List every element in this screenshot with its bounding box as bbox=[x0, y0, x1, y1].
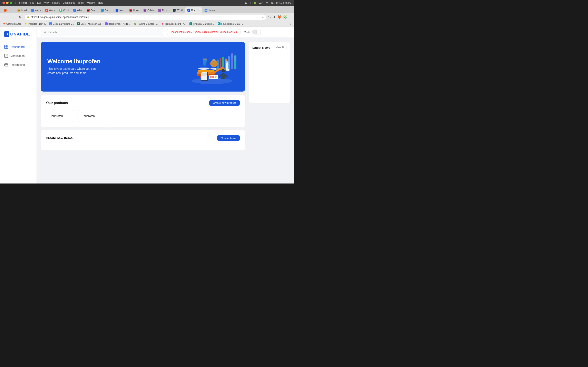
tab-t11[interactable]: ⊙ Collab bbox=[141, 7, 156, 13]
bookmark-excel[interactable]: X Excel | Microsoft 365 bbox=[76, 22, 103, 26]
mode-label: Mode bbox=[244, 31, 251, 34]
bookmark-icon-2: G bbox=[49, 22, 52, 25]
sidebar-item-information[interactable]: Information bbox=[0, 60, 36, 69]
tab-icon-t10: ▶ bbox=[130, 9, 132, 12]
tab-t2[interactable]: ▦ Introd bbox=[15, 7, 29, 13]
tab-icon-t14: Re bbox=[187, 9, 190, 12]
bookmark-getting-started[interactable]: 🦊 Getting Started bbox=[2, 22, 22, 26]
close-window-button[interactable] bbox=[2, 2, 5, 4]
shield-icon[interactable]: 🛡 bbox=[268, 15, 271, 19]
tab-icon-t12: ⊙ bbox=[158, 9, 161, 12]
edit-menu[interactable]: Edit bbox=[37, 1, 42, 4]
products-section-header: Your products Create new product bbox=[46, 100, 240, 106]
bookmarks-menu[interactable]: Bookmarks bbox=[63, 1, 75, 4]
minimize-window-button[interactable] bbox=[6, 2, 9, 4]
firefox-menu[interactable]: Firefox bbox=[19, 1, 27, 4]
tab-icon-t1: 🦊 bbox=[4, 9, 7, 12]
view-all-button[interactable]: View All bbox=[274, 45, 287, 50]
products-title: Your products bbox=[46, 101, 68, 105]
svg-rect-48 bbox=[231, 58, 233, 69]
content-wrapper: Welcome Ibuprofen This is your dashboard… bbox=[37, 38, 294, 184]
sidebar: B ONAFIDE Dashboard V bbox=[0, 26, 37, 184]
tab-t1[interactable]: 🦊 earn. bbox=[2, 7, 15, 13]
bookmark-foundations[interactable]: C Foundations: Data, ... bbox=[217, 22, 244, 26]
bookmark-teritage[interactable]: ◆ Teritage's board - A... bbox=[160, 22, 187, 26]
svg-rect-4 bbox=[4, 54, 8, 58]
bookmarks-more-button[interactable]: » bbox=[289, 22, 292, 26]
tab-t13[interactable]: ETH ETHG bbox=[171, 7, 185, 13]
dashboard-icon bbox=[4, 45, 8, 49]
tab-t10[interactable]: ▶ How t bbox=[127, 7, 141, 13]
create-product-button[interactable]: Create new product bbox=[209, 100, 240, 106]
create-items-button[interactable]: Create Items bbox=[217, 135, 240, 141]
bookmark-design-validate[interactable]: G Design & validate y... bbox=[48, 22, 75, 26]
tab-t9[interactable]: ob Make bbox=[113, 7, 127, 13]
bookmark-kotlin[interactable]: K Basic syntax | Kotlin... bbox=[104, 22, 131, 26]
mode-toggle[interactable] bbox=[252, 30, 261, 34]
logo-text: ONAFIDE bbox=[10, 32, 30, 36]
disconnect-button[interactable]: Disconnect 0x2ba56219f5e529d10923daf4f81… bbox=[167, 29, 241, 35]
tab-t4[interactable]: ✗ Week bbox=[43, 7, 57, 13]
title-bar-right: ⏺ ⠿ 🔋 WiFi 🔍 Sun 18 Jun 3:35 PM bbox=[245, 2, 292, 4]
bookmark-icon-1: 📁 bbox=[25, 22, 27, 25]
search-bar[interactable] bbox=[41, 28, 163, 36]
search-input[interactable] bbox=[48, 31, 161, 34]
sidebar-item-dashboard-label: Dashboard bbox=[11, 45, 25, 49]
forward-button[interactable]: → bbox=[10, 14, 16, 20]
tab-icon-t6: ⊙ bbox=[73, 9, 76, 12]
tab-close-t14[interactable]: ✕ bbox=[197, 9, 200, 12]
hero-greeting: Welcome Ibuprofen bbox=[47, 58, 100, 65]
tab-t8[interactable]: ⊙ Green bbox=[99, 7, 113, 13]
extensions-icon[interactable]: 🧩 bbox=[283, 15, 287, 19]
system-time: Sun 18 Jun 3:35 PM bbox=[271, 2, 292, 4]
maximize-window-button[interactable] bbox=[10, 2, 12, 4]
window-menu[interactable]: Window bbox=[86, 1, 95, 4]
new-tab-button[interactable]: + bbox=[222, 8, 226, 13]
history-menu[interactable]: History bbox=[52, 1, 60, 4]
svg-rect-49 bbox=[234, 60, 236, 69]
menu-icon[interactable]: ☰ bbox=[289, 15, 292, 19]
information-icon bbox=[4, 63, 8, 67]
tab-t14[interactable]: Re Re× ✕ bbox=[185, 7, 202, 13]
bookmark-star-icon[interactable]: ☆ bbox=[262, 16, 264, 18]
tab-icon-t3: ⊙ bbox=[31, 9, 34, 12]
bookmark-financial-markets[interactable]: C Financial Markets | ... bbox=[189, 22, 215, 26]
tab-t3[interactable]: ⊙ app.p bbox=[29, 7, 43, 13]
svg-point-46 bbox=[234, 55, 236, 56]
tab-prev-button[interactable]: ‹ bbox=[219, 8, 221, 12]
tab-t5[interactable]: Z Creat bbox=[57, 7, 71, 13]
nav-bar: ← → ↻ 🔒 https://hexagon-sigma.vercel.app… bbox=[0, 13, 294, 21]
svg-rect-1 bbox=[6, 45, 8, 47]
download-icon[interactable]: ⬇ bbox=[273, 15, 276, 19]
tab-t7[interactable]: ▶ Panel bbox=[85, 7, 98, 13]
tab-t12[interactable]: ⊙ Maste bbox=[156, 7, 170, 13]
help-menu[interactable]: Help bbox=[98, 1, 103, 4]
svg-line-14 bbox=[200, 67, 208, 68]
bookmarks-bar: 🦊 Getting Started 📁 Imported From IE G D… bbox=[0, 21, 294, 26]
items-section-header: Create new items Create Items bbox=[46, 135, 240, 141]
tab-icon-t8: ⊙ bbox=[101, 9, 104, 12]
traffic-lights bbox=[2, 2, 12, 4]
tab-t15[interactable]: G ibupro bbox=[203, 7, 217, 13]
bookmark-imported-from-ie[interactable]: 📁 Imported From IE bbox=[24, 22, 47, 26]
sidebar-item-verification[interactable]: Verification bbox=[0, 51, 36, 60]
bookmark-training[interactable]: 🌿 Training Courses | ... bbox=[132, 22, 159, 26]
hero-text: Welcome Ibuprofen This is your dashboard… bbox=[47, 58, 100, 75]
battery-icon: 🔋 bbox=[254, 2, 256, 4]
reload-button[interactable]: ↻ bbox=[17, 14, 23, 20]
tab-controls: ‹ + › bbox=[219, 8, 229, 13]
tab-icon-t9: ob bbox=[116, 9, 118, 12]
file-menu[interactable]: File bbox=[30, 1, 34, 4]
tools-menu[interactable]: Tools bbox=[78, 1, 84, 4]
address-bar[interactable]: 🔒 https://hexagon-sigma.vercel.app/manuf… bbox=[25, 14, 267, 20]
sidebar-item-dashboard[interactable]: Dashboard bbox=[0, 42, 36, 51]
search-icon[interactable]: 🔍 bbox=[266, 2, 269, 4]
tab-t6[interactable]: ⊙ What bbox=[71, 7, 85, 13]
view-menu[interactable]: View bbox=[44, 1, 49, 4]
product-card-1[interactable]: Ibuprofen bbox=[78, 110, 106, 122]
product-card-0[interactable]: Ibuprofen bbox=[46, 110, 74, 122]
fox-icon[interactable]: 🦊 bbox=[277, 15, 281, 19]
apple-menu[interactable]:  bbox=[16, 1, 16, 4]
back-button[interactable]: ← bbox=[2, 14, 8, 20]
tab-list-button[interactable]: › bbox=[227, 8, 229, 12]
